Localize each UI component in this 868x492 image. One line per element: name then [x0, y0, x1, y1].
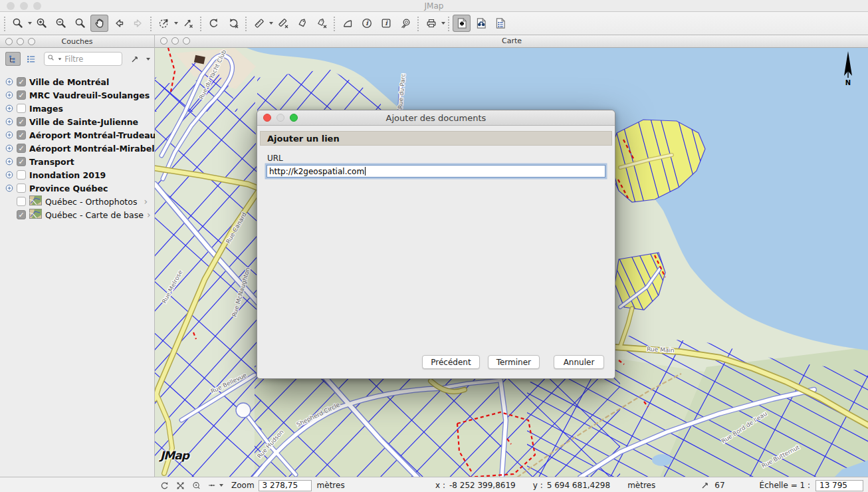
- panel-button-1[interactable]: [160, 37, 167, 45]
- minimize-window-button[interactable]: [20, 2, 28, 10]
- add-documents-button[interactable]: [453, 15, 471, 32]
- close-window-button[interactable]: [7, 2, 15, 10]
- layer-row[interactable]: ✓Ville de Montréal: [0, 75, 154, 88]
- fit-extent-icon[interactable]: [175, 481, 185, 491]
- layer-row[interactable]: ✓Aéroport Montréal-Trudeau: [0, 128, 154, 142]
- search-documents-button[interactable]: [472, 15, 490, 32]
- layer-checkbox[interactable]: [17, 104, 26, 113]
- previous-button[interactable]: Précédent: [422, 355, 479, 369]
- information-button[interactable]: i: [358, 15, 376, 32]
- expand-icon[interactable]: [5, 116, 13, 128]
- layer-filter-input[interactable]: [63, 54, 112, 64]
- selection-arrow-button[interactable]: [128, 52, 143, 66]
- finish-button[interactable]: Terminer: [488, 355, 540, 369]
- expand-icon[interactable]: [5, 129, 13, 142]
- chevron-right-icon[interactable]: ›: [144, 197, 148, 206]
- layer-checkbox[interactable]: ✓: [17, 77, 26, 86]
- maximize-window-button[interactable]: [33, 2, 41, 10]
- selection-options-caret-icon[interactable]: [146, 58, 150, 61]
- zoom-window-button[interactable]: [71, 15, 89, 32]
- rotate-view-button[interactable]: [205, 15, 223, 32]
- selection-tool-button[interactable]: [155, 15, 173, 32]
- elevation-button[interactable]: [338, 15, 356, 32]
- tree-view-button[interactable]: [5, 52, 21, 66]
- overview-icon[interactable]: [191, 481, 201, 491]
- url-input[interactable]: http://k2geospatial.com: [267, 165, 605, 178]
- expand-icon[interactable]: [5, 182, 13, 195]
- layer-row[interactable]: ✓Ville de Sainte-Julienne: [0, 115, 154, 128]
- layer-row[interactable]: ✓Transport: [0, 155, 154, 168]
- layer-checkbox[interactable]: ✓: [17, 90, 26, 100]
- coordinates-readout: x : -8 252 399,8619 y : 5 694 681,4298 m…: [435, 481, 655, 490]
- dialog-section-header: Ajouter un lien: [260, 131, 612, 146]
- zoom-value-input[interactable]: [259, 480, 312, 491]
- scale-value-input[interactable]: [815, 480, 863, 491]
- layer-checkbox[interactable]: ✓: [17, 117, 26, 126]
- layer-row[interactable]: Inondation 2019: [0, 168, 154, 182]
- layer-checkbox[interactable]: ✓: [17, 144, 26, 153]
- expand-icon[interactable]: [5, 156, 13, 168]
- selection-tool-caret-icon[interactable]: [174, 22, 178, 25]
- measure-tool-caret-icon[interactable]: [269, 22, 273, 25]
- layer-checkbox[interactable]: ✓: [17, 130, 26, 140]
- refresh-map-icon[interactable]: [160, 481, 169, 491]
- search-options-caret-icon[interactable]: [58, 58, 62, 60]
- document-list-button[interactable]: [491, 15, 509, 32]
- layer-checkbox[interactable]: ✓: [17, 157, 26, 166]
- layer-row[interactable]: Québec - Orthophotos›: [0, 195, 154, 208]
- zoom-tool-button[interactable]: [9, 15, 27, 32]
- layer-row[interactable]: Province Québec: [0, 182, 154, 195]
- expand-icon[interactable]: [5, 169, 13, 182]
- panel-button-3[interactable]: [28, 38, 35, 45]
- zoom-out-button[interactable]: [52, 15, 70, 32]
- mouseover-button[interactable]: [396, 15, 414, 32]
- coordinate-options-caret-icon[interactable]: [219, 484, 223, 487]
- toolbar-drag-handle[interactable]: [3, 15, 7, 31]
- layer-filter[interactable]: [44, 52, 122, 66]
- zoom-tool-caret-icon[interactable]: [28, 22, 32, 25]
- zoom-in-button[interactable]: [33, 15, 51, 32]
- map-panel-header: Carte: [155, 35, 868, 48]
- clear-measures-button[interactable]: [274, 15, 292, 32]
- layer-row[interactable]: ✓MRC Vaudreuil-Soulanges: [0, 88, 154, 102]
- coordinate-tool-icon[interactable]: [207, 481, 217, 490]
- list-view-button[interactable]: [23, 52, 39, 66]
- print-caret-icon[interactable]: [441, 22, 445, 25]
- layer-checkbox[interactable]: [17, 170, 26, 180]
- layer-checkbox[interactable]: [17, 184, 26, 193]
- expand-icon[interactable]: [5, 142, 13, 155]
- clear-labels-button[interactable]: [312, 15, 330, 32]
- dialog-close-button[interactable]: [263, 114, 271, 122]
- clear-selection-button[interactable]: [179, 15, 197, 32]
- add-label-button[interactable]: [293, 15, 311, 32]
- dialog-minimize-button: [276, 114, 284, 122]
- expand-icon[interactable]: [5, 76, 13, 88]
- status-bar: Zoom mètres x : -8 252 399,8619 y : 5 69…: [0, 477, 868, 492]
- reset-rotation-button[interactable]: [224, 15, 242, 32]
- panel-button-2[interactable]: [17, 38, 24, 45]
- dialog-titlebar: Ajouter des documents: [257, 110, 615, 126]
- layer-label: Images: [29, 104, 63, 114]
- expand-icon[interactable]: [5, 89, 13, 102]
- text-caret: [365, 167, 366, 176]
- infographic-button[interactable]: i: [377, 15, 395, 32]
- panel-button-1[interactable]: [5, 38, 13, 45]
- layer-checkbox[interactable]: ✓: [17, 210, 26, 219]
- panel-button-3[interactable]: [183, 37, 190, 45]
- dialog-zoom-button[interactable]: [290, 114, 298, 122]
- pan-button[interactable]: [90, 15, 108, 32]
- layer-row[interactable]: ✓ Québec - Carte de base›: [0, 208, 154, 221]
- measure-tool-button[interactable]: [250, 15, 268, 32]
- layer-row[interactable]: Images: [0, 102, 154, 115]
- chevron-right-icon[interactable]: ›: [147, 210, 151, 219]
- layer-row[interactable]: ✓Aéroport Montréal-Mirabel: [0, 142, 154, 155]
- layer-label: Inondation 2019: [29, 170, 106, 180]
- layer-checkbox[interactable]: [17, 197, 26, 206]
- panel-button-2[interactable]: [171, 37, 179, 45]
- previous-view-button[interactable]: [110, 15, 128, 32]
- cancel-button[interactable]: Annuler: [554, 355, 604, 369]
- print-button[interactable]: [422, 15, 440, 32]
- toolbar-separator: [332, 15, 336, 31]
- expand-icon[interactable]: [5, 102, 13, 115]
- toolbar-separator: [244, 15, 248, 31]
